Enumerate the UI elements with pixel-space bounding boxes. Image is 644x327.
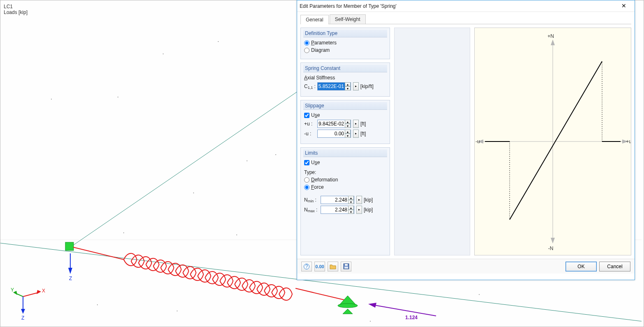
svg-point-7 xyxy=(123,232,124,233)
svg-text:Y: Y xyxy=(11,287,14,293)
nmin-label: Nmin : xyxy=(304,197,319,203)
radio-diagram-label: Diagram xyxy=(311,47,330,53)
help-icon[interactable]: ? xyxy=(301,262,312,271)
limits-use-checkbox[interactable] xyxy=(304,160,309,165)
aux-menu-icon[interactable]: ▸ xyxy=(353,120,359,128)
radio-parameters-label: Parameters xyxy=(311,40,337,46)
left-column: Definition Type Parameters Diagram Sprin… xyxy=(300,28,390,255)
spin-down-icon[interactable]: ▼ xyxy=(345,134,351,138)
c11-input-field[interactable] xyxy=(318,83,345,90)
radio-diagram[interactable]: Diagram xyxy=(304,47,386,53)
spin-down-icon[interactable]: ▼ xyxy=(348,210,354,214)
svg-point-6 xyxy=(218,41,219,42)
group-definition-type: Definition Type Parameters Diagram xyxy=(300,28,390,59)
svg-marker-38 xyxy=(551,39,555,45)
svg-point-11 xyxy=(275,154,276,155)
nmin-input[interactable]: ▲▼ xyxy=(321,196,354,204)
nmin-unit: [kip] xyxy=(364,197,373,203)
c11-input[interactable]: ▲▼ xyxy=(317,82,351,90)
svg-line-21 xyxy=(295,288,348,301)
radio-deformation-input[interactable] xyxy=(304,177,309,183)
plus-u-input[interactable]: ▲▼ xyxy=(317,120,351,128)
radio-force[interactable]: Force xyxy=(304,184,386,190)
radio-parameters-input[interactable] xyxy=(304,40,309,46)
svg-rect-16 xyxy=(65,242,74,250)
spin-up-icon[interactable]: ▲ xyxy=(348,196,354,200)
radio-diagram-input[interactable] xyxy=(304,48,309,53)
svg-rect-55 xyxy=(345,264,348,266)
dialog-footer: ? 0.00 OK Cancel xyxy=(297,259,635,274)
minus-u-input[interactable]: ▲▼ xyxy=(317,130,351,138)
svg-line-2 xyxy=(70,91,298,247)
open-icon[interactable] xyxy=(328,262,338,271)
nmax-input-field[interactable] xyxy=(321,206,348,213)
plus-u-label: +u : xyxy=(304,121,316,127)
svg-marker-18 xyxy=(68,268,72,274)
slippage-use-checkbox[interactable] xyxy=(304,113,309,118)
svg-line-28 xyxy=(23,292,39,297)
svg-text:-N: -N xyxy=(548,246,554,251)
dialog-title: Edit Parameters for Member of Type 'Spri… xyxy=(300,3,616,9)
spin-down-icon[interactable]: ▼ xyxy=(345,86,351,90)
aux-menu-icon[interactable]: ▸ xyxy=(356,196,362,204)
save-icon[interactable] xyxy=(341,262,351,271)
nmin-input-field[interactable] xyxy=(321,196,348,204)
nmax-input[interactable]: ▲▼ xyxy=(321,206,354,214)
spin-up-icon[interactable]: ▲ xyxy=(345,82,351,86)
plus-u-input-field[interactable] xyxy=(318,120,345,128)
svg-text:X: X xyxy=(42,288,45,294)
limits-use[interactable]: Use xyxy=(304,160,386,165)
group-title-limits: Limits xyxy=(303,149,387,157)
svg-point-15 xyxy=(479,294,480,295)
svg-point-9 xyxy=(236,234,237,235)
spring-diagram-panel: +N -N +u -u xyxy=(474,28,631,255)
svg-text:Z: Z xyxy=(21,315,24,321)
dialog-titlebar[interactable]: Edit Parameters for Member of Type 'Spri… xyxy=(297,0,635,12)
svg-text:-u: -u xyxy=(475,139,480,144)
close-icon[interactable]: ✕ xyxy=(616,2,632,10)
spin-up-icon[interactable]: ▲ xyxy=(348,206,354,210)
c11-label: C1,1 : xyxy=(304,83,316,89)
minus-u-label: -u : xyxy=(304,131,316,137)
svg-line-49 xyxy=(510,61,602,220)
minus-u-unit: [ft] xyxy=(360,131,366,137)
aux-menu-icon[interactable]: ▸ xyxy=(353,82,359,90)
radio-parameters[interactable]: Parameters xyxy=(304,40,386,46)
plus-u-unit: [ft] xyxy=(360,121,366,127)
tab-self-weight[interactable]: Self-Weight xyxy=(330,14,366,24)
radio-deformation[interactable]: Deformation xyxy=(304,177,386,183)
spin-up-icon[interactable]: ▲ xyxy=(345,130,351,134)
group-slippage: Slippage Use +u : ▲▼ ▸ [ft] -u : xyxy=(300,100,390,144)
slippage-use-label: Use xyxy=(311,112,320,118)
spring-diagram-svg: +N -N +u -u xyxy=(475,28,631,255)
svg-point-12 xyxy=(97,304,98,305)
middle-column-placeholder xyxy=(394,28,470,255)
cancel-button[interactable]: Cancel xyxy=(599,262,630,271)
svg-point-3 xyxy=(51,99,52,100)
group-limits: Limits Use Type: Deformation Force Nmin … xyxy=(300,147,390,255)
ok-button[interactable]: OK xyxy=(566,262,597,271)
svg-marker-39 xyxy=(551,238,555,244)
spin-down-icon[interactable]: ▼ xyxy=(348,200,354,204)
group-title-definition: Definition Type xyxy=(303,30,387,37)
radio-deformation-label: Deformation xyxy=(311,177,338,183)
minus-u-input-field[interactable] xyxy=(318,130,345,137)
svg-point-10 xyxy=(247,160,247,161)
spin-down-icon[interactable]: ▼ xyxy=(345,124,351,128)
units-icon[interactable]: 0.00 xyxy=(314,262,325,271)
spin-up-icon[interactable]: ▲ xyxy=(345,120,351,124)
tab-strip: General Self-Weight xyxy=(297,12,635,24)
svg-marker-24 xyxy=(343,309,353,314)
tab-general[interactable]: General xyxy=(300,15,329,24)
svg-text:Z: Z xyxy=(69,276,72,281)
svg-point-4 xyxy=(118,97,118,97)
nmax-label: Nmax : xyxy=(304,207,319,213)
svg-rect-56 xyxy=(344,267,348,269)
svg-text:+N: +N xyxy=(547,33,554,39)
slippage-use[interactable]: Use xyxy=(304,112,386,118)
radio-force-input[interactable] xyxy=(304,185,309,190)
aux-menu-icon[interactable]: ▸ xyxy=(356,206,362,214)
aux-menu-icon[interactable]: ▸ xyxy=(353,130,359,138)
svg-line-25 xyxy=(372,305,436,316)
group-title-spring-constant: Spring Constant xyxy=(303,65,387,72)
